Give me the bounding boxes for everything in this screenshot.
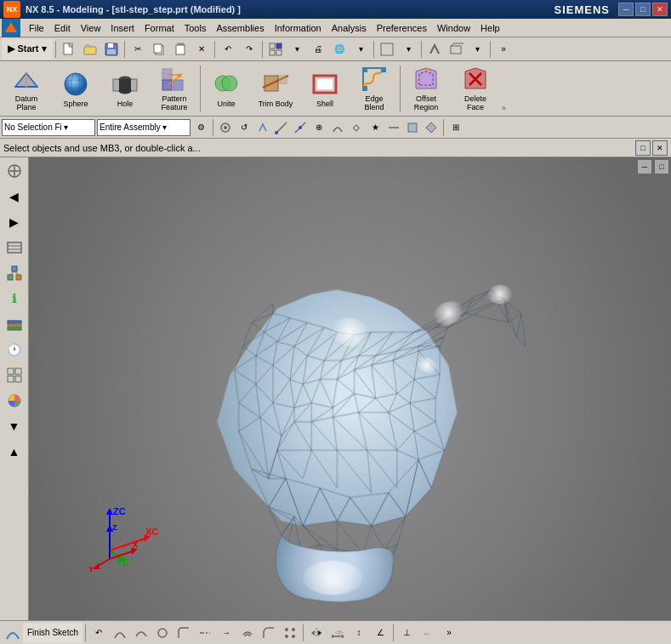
close-button[interactable]: ✕ — [652, 3, 668, 16]
view-box[interactable] — [377, 39, 397, 60]
globe-button[interactable]: 🌐 — [329, 39, 350, 60]
view-orient-1[interactable] — [424, 39, 445, 60]
snap-grid-dropdown[interactable]: ▾ — [287, 39, 307, 60]
snap-face-button[interactable] — [404, 119, 421, 136]
new-button[interactable] — [59, 39, 79, 60]
bt-dim1[interactable]: ◁▷ — [327, 623, 348, 643]
sidebar-clock-button[interactable]: 🕐 — [3, 338, 26, 362]
open-button[interactable] — [80, 39, 100, 60]
delete-face-button[interactable]: DeleteFace — [451, 63, 500, 114]
bt-extend[interactable]: → — [216, 623, 236, 643]
sidebar-layers-button[interactable] — [3, 312, 26, 336]
sidebar-select-button[interactable] — [3, 159, 26, 183]
pattern-feature-button[interactable]: PatternFeature — [150, 63, 199, 114]
sidebar-up-button[interactable]: ▲ — [3, 440, 26, 464]
snap-quad-button[interactable]: ◇ — [348, 119, 365, 136]
bt-more[interactable]: » — [439, 623, 459, 643]
menu-analysis[interactable]: Analysis — [327, 21, 372, 35]
sidebar-info-button[interactable]: ℹ — [3, 287, 26, 311]
bt-arc1[interactable] — [110, 623, 130, 643]
viewport-close-button[interactable]: ✕ — [652, 140, 668, 156]
sketch-icon-button[interactable] — [2, 623, 22, 643]
bt-corner[interactable] — [173, 623, 194, 643]
bt-dim3[interactable]: ∠ — [370, 623, 390, 643]
sidebar-down-button[interactable]: ▼ — [3, 414, 26, 438]
menu-preferences[interactable]: Preferences — [372, 21, 432, 35]
hole-button[interactable]: Hole — [100, 63, 150, 114]
bt-dim2[interactable]: ↕ — [349, 623, 369, 643]
viewport-max-button[interactable]: □ — [654, 159, 669, 174]
sidebar-grid-button[interactable] — [3, 363, 26, 387]
snap-grid-button[interactable] — [265, 39, 286, 60]
menu-insert[interactable]: Insert — [105, 21, 139, 35]
bt-showdim[interactable]: ↔ — [418, 623, 438, 643]
print-button[interactable]: 🖨 — [308, 39, 328, 60]
bt-constraint[interactable]: ⊥ — [396, 623, 417, 643]
minimize-button[interactable]: ─ — [618, 3, 634, 16]
finish-sketch-button[interactable]: Finish Sketch — [23, 623, 82, 643]
edge-blend-button[interactable]: EdgeBlend — [350, 63, 399, 114]
bt-fillet[interactable] — [259, 623, 279, 643]
snap-reset-button[interactable]: ↺ — [236, 119, 253, 136]
filter-settings-button[interactable]: ⚙ — [192, 119, 209, 136]
big-toolbar-more[interactable]: » — [500, 102, 508, 114]
sidebar-color-button[interactable] — [3, 389, 26, 413]
maximize-button[interactable]: □ — [635, 3, 651, 16]
offset-region-button[interactable]: OffsetRegion — [401, 63, 451, 114]
snap-end-button[interactable] — [273, 119, 290, 136]
viewport-min-button[interactable]: ─ — [637, 159, 652, 174]
grid-toggle-button[interactable]: ⊞ — [447, 119, 464, 136]
sidebar-assembly-button[interactable] — [3, 261, 26, 285]
snap-edge-button[interactable] — [385, 119, 402, 136]
snap-all-button[interactable] — [217, 119, 234, 136]
assembly-filter-dropdown[interactable]: Entire Assembly ▾ — [97, 119, 190, 136]
snap-region-button[interactable] — [423, 119, 440, 136]
datum-plane-button[interactable]: DatumPlane — [2, 63, 51, 114]
menu-assemblies[interactable]: Assemblies — [211, 21, 269, 35]
start-dropdown[interactable]: ▶ Start ▾ — [2, 39, 53, 60]
snap-exist-button[interactable]: ★ — [367, 119, 384, 136]
bt-circle[interactable] — [152, 623, 173, 643]
cut-button[interactable]: ✂ — [128, 39, 148, 60]
snap-center-button[interactable]: ⊕ — [310, 119, 327, 136]
view-box-dropdown[interactable]: ▾ — [398, 39, 418, 60]
viewport-expand-button[interactable]: □ — [635, 140, 651, 156]
unite-button[interactable]: Unite — [202, 63, 251, 114]
bt-pattern[interactable] — [280, 623, 300, 643]
menu-view[interactable]: View — [76, 21, 106, 35]
trim-body-button[interactable]: Trim Body — [251, 63, 300, 114]
bt-offset[interactable] — [237, 623, 258, 643]
delete-button[interactable]: ✕ — [191, 39, 212, 60]
selection-filter-dropdown[interactable]: No Selection Fi ▾ — [2, 119, 95, 136]
bt-arc2[interactable] — [131, 623, 151, 643]
save-button[interactable] — [101, 39, 122, 60]
bt-undo[interactable]: ↶ — [88, 623, 109, 643]
sidebar-prev-button[interactable]: ◀ — [3, 185, 26, 208]
more-tools[interactable]: » — [493, 39, 514, 60]
sidebar-next-button[interactable]: ▶ — [3, 210, 26, 234]
viewport[interactable]: ─ □ ZC XC YC — [29, 157, 671, 620]
nx-menu-icon[interactable] — [2, 19, 20, 37]
snap-arc-button[interactable] — [329, 119, 346, 136]
redo-button[interactable]: ↷ — [239, 39, 259, 60]
shell-button[interactable]: Shell — [300, 63, 350, 114]
sidebar-parts-button[interactable] — [3, 236, 26, 259]
menu-window[interactable]: Window — [432, 21, 475, 35]
view-orient-dropdown[interactable]: ▾ — [467, 39, 487, 60]
sphere-button[interactable]: Sphere — [51, 63, 100, 114]
menu-edit[interactable]: Edit — [49, 21, 76, 35]
snap-infer-button[interactable] — [254, 119, 271, 136]
paste-button[interactable] — [170, 39, 190, 60]
bt-trim[interactable] — [195, 623, 215, 643]
bt-mirror[interactable] — [306, 623, 327, 643]
view-orient-2[interactable] — [446, 39, 466, 60]
copy-button[interactable] — [149, 39, 169, 60]
menu-help[interactable]: Help — [475, 21, 505, 35]
menu-format[interactable]: Format — [139, 21, 179, 35]
menu-tools[interactable]: Tools — [179, 21, 212, 35]
menu-file[interactable]: File — [24, 21, 49, 35]
globe-dropdown[interactable]: ▾ — [350, 39, 371, 60]
menu-information[interactable]: Information — [270, 21, 327, 35]
snap-mid-button[interactable] — [292, 119, 309, 136]
undo-button[interactable]: ↶ — [218, 39, 238, 60]
